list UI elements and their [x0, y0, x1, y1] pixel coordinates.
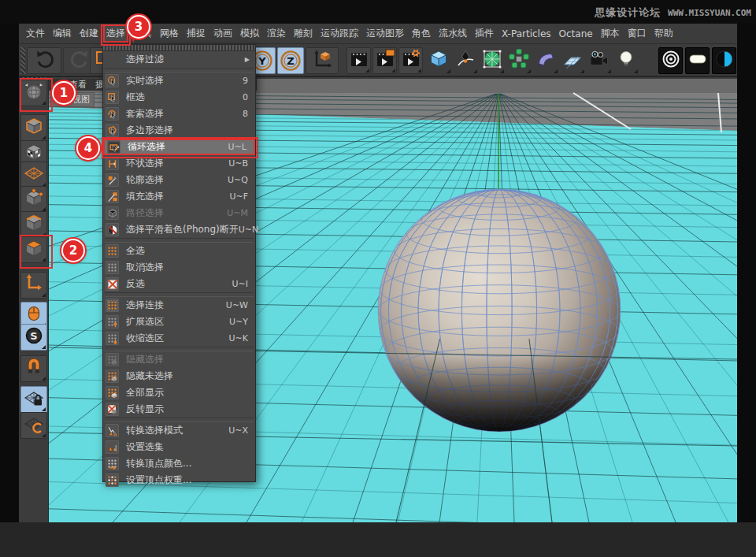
select-menu-item-全选[interactable]: 全选 [103, 243, 255, 259]
menu-捕捉[interactable]: 捕捉 [183, 24, 209, 43]
target-rings-button[interactable] [658, 47, 683, 74]
menu-窗口[interactable]: 窗口 [624, 24, 650, 43]
select-menu-item-设置顶点权重[interactable]: 设置顶点权重... [103, 472, 255, 488]
select-menu-item-设置选集[interactable]: 设置选集 [103, 439, 255, 455]
menu-插件[interactable]: 插件 [472, 24, 497, 43]
model-mode-icon [23, 115, 45, 140]
deselect-all-icon [106, 261, 119, 274]
toolbar-drag-handle[interactable] [20, 47, 25, 74]
convert-selection-icon [106, 424, 119, 437]
floor-icon [562, 49, 583, 72]
menu-雕刻[interactable]: 雕刻 [291, 24, 316, 43]
edge-mode-button[interactable] [20, 211, 47, 238]
menu-网格[interactable]: 网格 [157, 24, 182, 43]
lasso-select-icon [106, 107, 119, 121]
render-settings-button[interactable] [398, 47, 423, 74]
polygon-mode-button[interactable] [20, 236, 47, 263]
workplane-snap-button[interactable] [20, 412, 47, 439]
select-menu-item-实时选择[interactable]: 实时选择9 [103, 72, 255, 89]
menu-tear-off-handle[interactable] [103, 45, 255, 51]
svg-text:S: S [30, 330, 37, 342]
menu-模拟[interactable]: 模拟 [237, 24, 262, 43]
menu-item-label: 扩展选区 [126, 315, 164, 329]
undo-button[interactable] [27, 47, 61, 74]
render-picture-viewer-button[interactable] [372, 47, 397, 74]
select-menu-item-选择过滤[interactable]: 选择过滤▶ [103, 51, 255, 68]
menu-编辑[interactable]: 编辑 [50, 24, 75, 43]
no-icon [106, 53, 119, 66]
cloner-button[interactable] [506, 47, 532, 74]
menu-角色[interactable]: 角色 [409, 24, 434, 43]
point-mode-button[interactable] [20, 186, 47, 213]
menu-运动图形[interactable]: 运动图形 [363, 24, 407, 43]
annotation-step-4: 4 [76, 136, 100, 160]
deformer-button[interactable] [532, 47, 558, 74]
select-menu-item-环状选择[interactable]: 环状选择U~B [103, 155, 255, 172]
camera-button[interactable] [586, 47, 612, 74]
deformer-icon [536, 49, 556, 72]
menu-X-Particles[interactable]: X-Particles [498, 26, 554, 42]
menu-item-label: 路径选择 [126, 206, 164, 220]
menu-item-label: 选择过滤 [126, 53, 164, 66]
select-menu-item-转换选择模式[interactable]: 转换选择模式U~X [103, 422, 255, 439]
light-button[interactable] [613, 47, 639, 74]
menu-创建[interactable]: 创建 [76, 24, 102, 43]
select-menu-item-填充选择[interactable]: 填充选择U~F [103, 188, 255, 205]
workplane-mode-button[interactable] [20, 162, 47, 188]
select-menu-item-扩展选区[interactable]: 扩展选区U~Y [103, 314, 255, 330]
subdivision-surface-button[interactable] [479, 47, 505, 74]
cube-primitive-button[interactable] [425, 47, 451, 74]
select-menu-item-反转显示[interactable]: 反转显示 [103, 401, 255, 418]
menu-item-shortcut: 9 [243, 76, 248, 86]
select-menu-item-隐藏未选择[interactable]: 隐藏未选择 [103, 368, 255, 384]
snap-magnet-icon [23, 356, 45, 381]
enable-axis-button[interactable] [20, 272, 47, 299]
floor-button[interactable] [559, 47, 585, 74]
menu-渲染[interactable]: 渲染 [264, 24, 289, 43]
menu-流水线[interactable]: 流水线 [435, 24, 470, 43]
snap-magnet-button[interactable] [20, 355, 47, 382]
snap-s-button[interactable]: S [20, 324, 47, 351]
select-menu-item-取消选择[interactable]: 取消选择 [103, 259, 255, 276]
workplane-mode-icon [23, 162, 45, 188]
menu-item-label: 选择连接 [126, 299, 164, 312]
menu-文件[interactable]: 文件 [23, 24, 48, 43]
workplane-lock-icon [23, 387, 45, 412]
workplane-lock-button[interactable] [20, 386, 47, 413]
menu-item-label: 设置顶点权重... [126, 473, 191, 487]
spline-pen-button[interactable] [452, 47, 478, 74]
select-menu-item-框选[interactable]: 框选0 [103, 89, 255, 106]
make-editable-button[interactable] [20, 80, 47, 106]
menu-Octane[interactable]: Octane [556, 26, 596, 42]
select-menu-item-反选[interactable]: 反选U~I [103, 276, 255, 292]
select-menu-item-套索选择[interactable]: 套索选择8 [103, 106, 255, 122]
enable-axis-icon [23, 273, 45, 298]
select-menu-item-轮廓选择[interactable]: 轮廓选择U~Q [103, 172, 255, 188]
select-menu-item-循环选择[interactable]: 循环选择U~L [103, 139, 255, 155]
menu-脚本[interactable]: 脚本 [598, 24, 623, 43]
point-mode-icon [23, 187, 45, 212]
area-light-button[interactable] [685, 47, 710, 74]
select-menu-item-隐藏选择[interactable]: 隐藏选择 [103, 351, 255, 368]
select-menu-item-路径选择[interactable]: 路径选择U~M [103, 205, 255, 221]
menu-item-label: 设置选集 [126, 440, 164, 454]
model-mode-button[interactable] [20, 114, 47, 141]
contrast-ball-button[interactable] [712, 47, 736, 74]
select-menu-item-选择连接[interactable]: 选择连接U~W [103, 297, 255, 314]
axis-lock-z-button[interactable]: Z [277, 47, 304, 74]
left-tool-palette: S [19, 79, 49, 522]
select-menu-item-全部显示[interactable]: 全部显示 [103, 384, 255, 401]
select-menu-item-转换顶点颜色[interactable]: 转换顶点颜色... [103, 455, 255, 472]
coord-system-button[interactable] [306, 47, 339, 74]
menu-运动跟踪[interactable]: 运动跟踪 [317, 24, 361, 43]
workplane-snap-icon [23, 413, 45, 438]
menu-动画[interactable]: 动画 [210, 24, 235, 43]
make-editable-icon [23, 80, 45, 106]
select-menu-item-多边形选择[interactable]: 多边形选择 [103, 122, 255, 139]
render-view-button[interactable] [346, 47, 371, 74]
watermark-site: WWW.MISSYUAN.COM [668, 8, 751, 18]
select-menu-item-收缩选区[interactable]: 收缩选区U~K [103, 330, 255, 347]
select-menu-item-选择平滑着色Phong断开[interactable]: 选择平滑着色(Phong)断开U~N [103, 221, 255, 238]
menu-帮助[interactable]: 帮助 [651, 24, 676, 43]
area-light-icon [687, 49, 708, 72]
